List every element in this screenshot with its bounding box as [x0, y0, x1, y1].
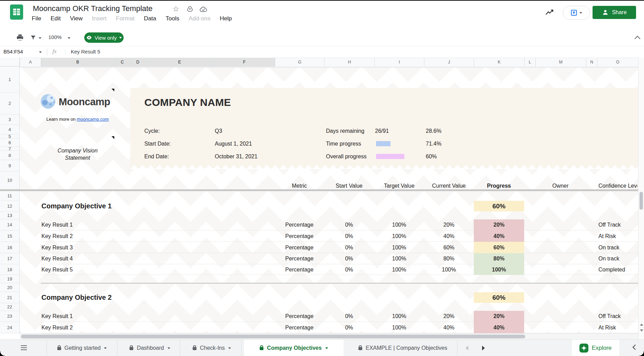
- key-result-current-value[interactable]: 20%: [418, 311, 480, 322]
- key-result-current-value[interactable]: 100%: [418, 264, 480, 275]
- row-header-21[interactable]: 21: [0, 292, 19, 303]
- key-result-name[interactable]: Key Result 3: [41, 242, 152, 253]
- column-header-N[interactable]: N: [586, 58, 597, 67]
- select-all-corner[interactable]: [0, 58, 20, 67]
- objective-progress-badge[interactable]: 60%: [474, 201, 524, 211]
- objective-title[interactable]: Company Objective 2: [41, 292, 112, 303]
- formula-input[interactable]: Key Result 5: [71, 49, 100, 55]
- menu-edit[interactable]: Edit: [50, 15, 60, 22]
- row-header-18[interactable]: 18: [0, 264, 19, 275]
- star-icon[interactable]: ☆: [173, 5, 179, 12]
- document-title[interactable]: Mooncamp OKR Tracking Template: [33, 4, 153, 13]
- stat-label[interactable]: Days remaining: [326, 128, 364, 135]
- comment-marker[interactable]: [112, 89, 114, 91]
- row-header-5[interactable]: 5: [0, 135, 19, 138]
- row-header-12[interactable]: 12: [0, 200, 19, 212]
- info-value[interactable]: August 1, 2021: [215, 140, 252, 147]
- key-result-current-value[interactable]: 80%: [418, 253, 480, 264]
- stat-percent[interactable]: 28.6%: [426, 128, 441, 135]
- tab-dashboard[interactable]: Dashboard: [120, 340, 180, 356]
- column-header-B[interactable]: B: [41, 58, 114, 67]
- key-result-progress-badge[interactable]: 80%: [474, 253, 524, 264]
- row-header-16[interactable]: 16: [0, 242, 19, 253]
- key-result-status[interactable]: Completed: [598, 264, 638, 275]
- open-in-app-button[interactable]: [563, 6, 590, 20]
- stat-label[interactable]: Overall progress: [326, 153, 366, 160]
- row-header-9[interactable]: 9: [0, 160, 19, 171]
- share-button[interactable]: Share: [593, 6, 636, 19]
- tab-scroll-right-icon[interactable]: [482, 346, 485, 350]
- frozen-rows-divider[interactable]: [0, 189, 638, 191]
- sheets-logo-icon[interactable]: [9, 4, 25, 20]
- row-header-6[interactable]: 6: [0, 138, 19, 147]
- table-header-progress[interactable]: Progress: [468, 182, 530, 190]
- column-header-K[interactable]: K: [474, 58, 524, 67]
- stat-percent[interactable]: 71.4%: [426, 140, 441, 147]
- row-header-15[interactable]: 15: [0, 230, 19, 242]
- column-header-I[interactable]: I: [374, 58, 424, 67]
- tab-example-company-objectives[interactable]: EXAMPLE | Company Objectives: [346, 340, 458, 356]
- mooncamp-logo-text[interactable]: Mooncamp: [59, 96, 110, 108]
- info-label[interactable]: Cycle:: [144, 128, 160, 135]
- key-result-status[interactable]: On track: [598, 242, 638, 253]
- info-label[interactable]: End Date:: [144, 153, 169, 160]
- column-header-O[interactable]: O: [597, 58, 638, 67]
- comment-marker[interactable]: [112, 136, 114, 139]
- learn-more-text[interactable]: Learn more on mooncamp.com: [41, 117, 114, 122]
- key-result-progress-badge[interactable]: 40%: [474, 322, 524, 333]
- column-header-M[interactable]: M: [535, 58, 586, 67]
- stat-value[interactable]: 26/91: [375, 128, 389, 135]
- vertical-scrollbar[interactable]: [638, 58, 644, 339]
- scroll-up-button[interactable]: [639, 322, 644, 327]
- tab-company-objectives[interactable]: Company Objectives: [244, 340, 344, 356]
- row-header-19[interactable]: 19: [0, 275, 19, 283]
- row-header-14[interactable]: 14: [0, 219, 19, 230]
- row-header-17[interactable]: 17: [0, 253, 19, 264]
- key-result-current-value[interactable]: 60%: [418, 242, 480, 253]
- menu-insert[interactable]: Insert: [92, 15, 107, 22]
- key-result-name[interactable]: Key Result 1: [41, 219, 152, 230]
- row-header-20[interactable]: 20: [0, 283, 19, 292]
- row-header-22[interactable]: 22: [0, 303, 19, 311]
- info-value[interactable]: October 31, 2021: [215, 153, 258, 160]
- key-result-status[interactable]: At Risk: [598, 230, 638, 242]
- scroll-down-button[interactable]: [639, 328, 644, 333]
- menu-format[interactable]: Format: [116, 15, 135, 22]
- zoom-level[interactable]: 100%: [48, 34, 61, 40]
- explore-button[interactable]: Explore: [572, 340, 619, 356]
- row-header-8[interactable]: 8: [0, 151, 19, 160]
- mooncamp-link[interactable]: mooncamp.com: [77, 117, 108, 122]
- key-result-progress-badge[interactable]: 20%: [474, 219, 524, 230]
- tab-check-ins[interactable]: Check-Ins: [182, 340, 242, 356]
- key-result-status[interactable]: On track: [598, 253, 638, 264]
- column-header-L[interactable]: L: [524, 58, 535, 67]
- key-result-current-value[interactable]: 40%: [418, 322, 480, 333]
- column-header-D[interactable]: D: [130, 58, 145, 67]
- key-result-status[interactable]: At Risk: [598, 322, 638, 333]
- name-box-chevron-icon[interactable]: [39, 51, 42, 53]
- column-header-J[interactable]: J: [424, 58, 474, 67]
- column-header-G[interactable]: G: [275, 58, 324, 67]
- name-box[interactable]: B54:F54: [3, 49, 23, 55]
- key-result-status[interactable]: Off Track: [598, 311, 638, 322]
- row-header-1[interactable]: 1: [0, 67, 19, 92]
- row-header-23[interactable]: 23: [0, 311, 19, 322]
- key-result-current-value[interactable]: 40%: [418, 230, 480, 242]
- filter-icon[interactable]: [30, 34, 37, 41]
- row-header-2[interactable]: 2: [0, 92, 19, 115]
- menu-tools[interactable]: Tools: [166, 15, 180, 22]
- key-result-name[interactable]: Key Result 1: [41, 311, 152, 322]
- key-result-name[interactable]: Key Result 5: [41, 264, 152, 275]
- vertical-scrollbar-thumb[interactable]: [640, 192, 643, 210]
- menu-view[interactable]: View: [70, 15, 83, 22]
- key-result-name[interactable]: Key Result 2: [41, 230, 152, 242]
- filter-chevron-icon[interactable]: [39, 37, 41, 39]
- key-result-current-value[interactable]: 20%: [418, 219, 480, 230]
- add-to-drive-icon[interactable]: [186, 6, 193, 12]
- row-header-10[interactable]: 10: [0, 171, 19, 189]
- menu-data[interactable]: Data: [144, 15, 156, 22]
- row-header-13[interactable]: 13: [0, 212, 19, 219]
- row-header-3[interactable]: 3: [0, 115, 19, 125]
- column-header-E[interactable]: E: [145, 58, 213, 67]
- tab-getting-started[interactable]: Getting started: [47, 340, 117, 356]
